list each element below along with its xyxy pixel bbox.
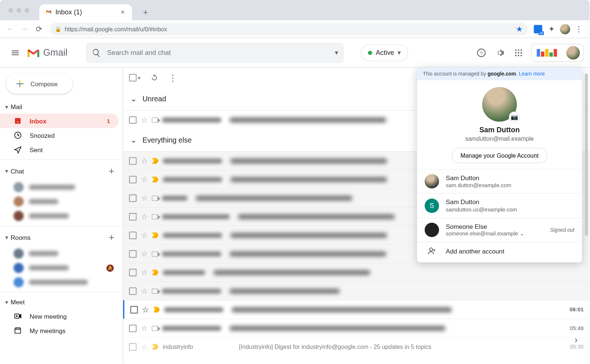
mail-section-header[interactable]: ▾ Mail <box>0 100 123 114</box>
sidebar-item-sent[interactable]: Sent <box>0 143 118 157</box>
account-option[interactable]: Someone Else someone.else@mail.example ⌄… <box>417 217 582 242</box>
browser-menu-icon[interactable]: ⋮ <box>573 24 584 34</box>
refresh-button[interactable] <box>150 74 158 82</box>
search-box[interactable]: ▾ <box>86 42 344 63</box>
row-checkbox[interactable] <box>129 343 137 351</box>
account-avatar[interactable] <box>566 46 580 59</box>
manage-account-button[interactable]: Manage your Google Account <box>452 148 548 163</box>
chat-contact[interactable] <box>0 195 123 209</box>
star-icon[interactable]: ☆ <box>141 231 148 240</box>
meet-section-header[interactable]: ▾ Meet <box>0 295 123 309</box>
row-checkbox[interactable] <box>129 213 137 221</box>
row-checkbox[interactable] <box>130 306 138 314</box>
importance-marker[interactable] <box>152 232 159 238</box>
row-checkbox[interactable] <box>129 116 137 124</box>
star-icon[interactable]: ☆ <box>141 286 148 295</box>
star-icon[interactable]: ☆ <box>141 249 148 258</box>
chevron-down-icon[interactable]: ⌄ <box>520 230 524 237</box>
window-minimize[interactable] <box>17 8 21 13</box>
add-account-button[interactable]: Add another account <box>417 242 582 260</box>
sidebar-item-inbox[interactable]: Inbox 1 <box>0 114 118 128</box>
browser-tab[interactable]: Inbox (1) × <box>39 4 132 20</box>
settings-gear-icon[interactable] <box>492 44 509 61</box>
caret-down-icon[interactable]: ▾ <box>5 168 8 174</box>
room-item[interactable] <box>0 275 123 290</box>
star-icon[interactable]: ☆ <box>142 305 149 314</box>
room-item[interactable]: 🔕 <box>0 261 123 275</box>
back-button[interactable]: ← <box>4 23 16 35</box>
importance-marker[interactable] <box>152 251 158 256</box>
star-icon[interactable]: ☆ <box>141 212 148 221</box>
extension-calendar-icon[interactable]: 28 <box>533 24 543 34</box>
importance-marker[interactable] <box>152 288 158 294</box>
add-chat-icon[interactable]: + <box>109 166 118 177</box>
compose-button[interactable]: Compose <box>6 74 73 94</box>
importance-marker[interactable] <box>152 344 159 350</box>
row-checkbox[interactable] <box>129 250 137 258</box>
row-checkbox[interactable] <box>129 194 137 202</box>
row-checkbox[interactable] <box>129 287 137 295</box>
caret-down-icon[interactable]: ▾ <box>5 234 8 241</box>
caret-down-icon[interactable]: ▾ <box>5 103 8 110</box>
caret-down-icon[interactable]: ▾ <box>5 298 8 305</box>
reload-button[interactable]: ⟳ <box>33 23 45 35</box>
sidebar-item-new-meeting[interactable]: New meeting <box>0 309 118 323</box>
org-logo-icon[interactable] <box>535 47 559 58</box>
star-icon[interactable]: ☆ <box>141 193 148 203</box>
row-checkbox[interactable] <box>129 324 137 332</box>
chevron-down-icon[interactable]: ⌄ <box>129 134 138 146</box>
star-icon[interactable]: ☆ <box>141 175 148 184</box>
star-icon[interactable]: ☆ <box>141 268 148 277</box>
row-checkbox[interactable] <box>129 269 137 276</box>
more-menu-icon[interactable]: ⋮ <box>169 73 177 83</box>
side-panel-toggle-icon[interactable]: › <box>568 332 584 349</box>
chat-section-header[interactable]: ▾ Chat + <box>0 162 123 180</box>
importance-marker[interactable] <box>152 269 159 275</box>
chevron-down-icon[interactable]: ⌄ <box>129 93 138 105</box>
star-icon[interactable]: ☆ <box>141 115 148 125</box>
gmail-logo[interactable]: Gmail <box>26 47 67 58</box>
row-checkbox[interactable] <box>129 176 137 183</box>
status-chip[interactable]: Active ▾ <box>361 44 408 61</box>
address-bar[interactable]: 🔒 https://mail.google.com/mail/u/0/#inbo… <box>50 22 528 35</box>
row-checkbox[interactable] <box>129 231 137 239</box>
add-room-icon[interactable]: + <box>109 232 118 243</box>
browser-profile-avatar[interactable] <box>560 24 570 34</box>
chat-contact[interactable] <box>0 180 123 195</box>
search-options-dropdown-icon[interactable]: ▾ <box>335 49 338 57</box>
select-all-checkbox[interactable]: ▾ <box>129 74 140 82</box>
importance-marker[interactable] <box>152 195 158 200</box>
chat-contact[interactable] <box>0 209 123 223</box>
importance-marker[interactable] <box>152 214 158 219</box>
star-icon[interactable]: ☆ <box>141 156 148 165</box>
importance-marker[interactable] <box>152 117 158 122</box>
change-photo-icon[interactable]: 📷 <box>509 112 520 123</box>
row-checkbox[interactable] <box>129 157 137 165</box>
importance-marker[interactable] <box>152 158 159 164</box>
support-icon[interactable]: ? <box>473 44 490 61</box>
popup-scrollbar[interactable] <box>585 74 588 236</box>
bookmark-star-icon[interactable]: ★ <box>516 24 523 34</box>
star-icon[interactable]: ☆ <box>141 323 148 333</box>
learn-more-link[interactable]: Learn more <box>519 71 545 77</box>
account-option[interactable]: Sam Dutton sam.dutton@example.com <box>417 169 582 193</box>
extensions-puzzle-icon[interactable]: ✦ <box>546 24 557 34</box>
room-item[interactable] <box>0 246 123 261</box>
close-tab-icon[interactable]: × <box>119 9 126 15</box>
star-icon[interactable]: ☆ <box>141 342 148 351</box>
email-row[interactable]: ☆05:48 <box>123 319 590 337</box>
email-row[interactable]: ☆ <box>123 263 590 281</box>
importance-marker[interactable] <box>152 326 158 331</box>
search-input[interactable] <box>107 49 329 56</box>
window-close[interactable] <box>8 8 13 13</box>
apps-grid-icon[interactable] <box>510 44 527 61</box>
forward-button[interactable]: → <box>18 23 30 35</box>
rooms-section-header[interactable]: ▾ Rooms + <box>0 229 123 246</box>
email-row[interactable]: ☆06:01 <box>123 300 590 318</box>
main-menu-icon[interactable] <box>6 43 24 62</box>
email-row[interactable]: ☆industryinfo[Industryinfo] Digest for i… <box>123 337 590 356</box>
importance-marker[interactable] <box>153 307 160 312</box>
sidebar-item-my-meetings[interactable]: My meetings <box>0 323 118 337</box>
mute-icon[interactable]: 🔕 <box>106 264 118 272</box>
email-row[interactable]: ☆ <box>123 281 590 300</box>
